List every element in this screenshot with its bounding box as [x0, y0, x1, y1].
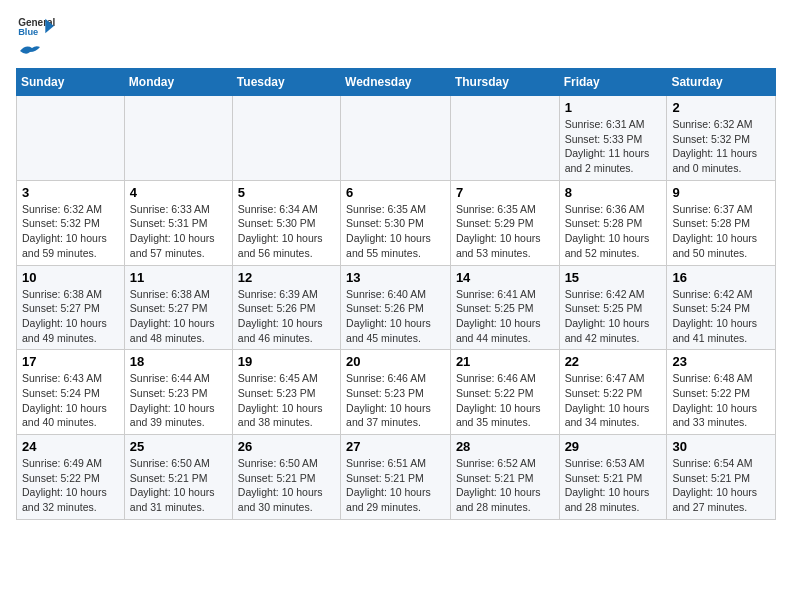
day-number: 15 — [565, 270, 662, 285]
day-info: Sunrise: 6:43 AMSunset: 5:24 PMDaylight:… — [22, 371, 119, 430]
day-info: Sunrise: 6:45 AMSunset: 5:23 PMDaylight:… — [238, 371, 335, 430]
calendar-cell: 18Sunrise: 6:44 AMSunset: 5:23 PMDayligh… — [124, 350, 232, 435]
day-info: Sunrise: 6:50 AMSunset: 5:21 PMDaylight:… — [238, 456, 335, 515]
calendar-cell: 15Sunrise: 6:42 AMSunset: 5:25 PMDayligh… — [559, 265, 667, 350]
calendar-cell: 10Sunrise: 6:38 AMSunset: 5:27 PMDayligh… — [17, 265, 125, 350]
day-info: Sunrise: 6:38 AMSunset: 5:27 PMDaylight:… — [22, 287, 119, 346]
calendar-cell: 8Sunrise: 6:36 AMSunset: 5:28 PMDaylight… — [559, 180, 667, 265]
day-info: Sunrise: 6:32 AMSunset: 5:32 PMDaylight:… — [672, 117, 770, 176]
day-info: Sunrise: 6:41 AMSunset: 5:25 PMDaylight:… — [456, 287, 554, 346]
calendar-table: SundayMondayTuesdayWednesdayThursdayFrid… — [16, 68, 776, 520]
day-info: Sunrise: 6:52 AMSunset: 5:21 PMDaylight:… — [456, 456, 554, 515]
week-row-1: 1Sunrise: 6:31 AMSunset: 5:33 PMDaylight… — [17, 96, 776, 181]
col-header-monday: Monday — [124, 69, 232, 96]
calendar-cell: 5Sunrise: 6:34 AMSunset: 5:30 PMDaylight… — [232, 180, 340, 265]
day-number: 6 — [346, 185, 445, 200]
day-number: 7 — [456, 185, 554, 200]
day-info: Sunrise: 6:35 AMSunset: 5:29 PMDaylight:… — [456, 202, 554, 261]
day-number: 29 — [565, 439, 662, 454]
calendar-cell: 2Sunrise: 6:32 AMSunset: 5:32 PMDaylight… — [667, 96, 776, 181]
day-info: Sunrise: 6:42 AMSunset: 5:25 PMDaylight:… — [565, 287, 662, 346]
day-number: 26 — [238, 439, 335, 454]
week-row-4: 17Sunrise: 6:43 AMSunset: 5:24 PMDayligh… — [17, 350, 776, 435]
day-number: 27 — [346, 439, 445, 454]
day-info: Sunrise: 6:37 AMSunset: 5:28 PMDaylight:… — [672, 202, 770, 261]
calendar-cell — [341, 96, 451, 181]
day-info: Sunrise: 6:40 AMSunset: 5:26 PMDaylight:… — [346, 287, 445, 346]
calendar-cell — [17, 96, 125, 181]
col-header-tuesday: Tuesday — [232, 69, 340, 96]
day-number: 17 — [22, 354, 119, 369]
calendar-cell: 14Sunrise: 6:41 AMSunset: 5:25 PMDayligh… — [450, 265, 559, 350]
day-number: 4 — [130, 185, 227, 200]
calendar-cell — [232, 96, 340, 181]
col-header-saturday: Saturday — [667, 69, 776, 96]
calendar-cell: 12Sunrise: 6:39 AMSunset: 5:26 PMDayligh… — [232, 265, 340, 350]
day-info: Sunrise: 6:32 AMSunset: 5:32 PMDaylight:… — [22, 202, 119, 261]
day-info: Sunrise: 6:54 AMSunset: 5:21 PMDaylight:… — [672, 456, 770, 515]
day-info: Sunrise: 6:31 AMSunset: 5:33 PMDaylight:… — [565, 117, 662, 176]
day-number: 21 — [456, 354, 554, 369]
calendar-cell: 22Sunrise: 6:47 AMSunset: 5:22 PMDayligh… — [559, 350, 667, 435]
day-info: Sunrise: 6:34 AMSunset: 5:30 PMDaylight:… — [238, 202, 335, 261]
day-number: 18 — [130, 354, 227, 369]
col-header-friday: Friday — [559, 69, 667, 96]
calendar-cell: 3Sunrise: 6:32 AMSunset: 5:32 PMDaylight… — [17, 180, 125, 265]
calendar-cell: 25Sunrise: 6:50 AMSunset: 5:21 PMDayligh… — [124, 435, 232, 520]
calendar-cell: 27Sunrise: 6:51 AMSunset: 5:21 PMDayligh… — [341, 435, 451, 520]
logo: General Blue — [16, 16, 56, 56]
day-info: Sunrise: 6:33 AMSunset: 5:31 PMDaylight:… — [130, 202, 227, 261]
calendar-cell: 28Sunrise: 6:52 AMSunset: 5:21 PMDayligh… — [450, 435, 559, 520]
day-number: 11 — [130, 270, 227, 285]
logo-bird-icon — [18, 42, 40, 60]
day-number: 8 — [565, 185, 662, 200]
day-info: Sunrise: 6:50 AMSunset: 5:21 PMDaylight:… — [130, 456, 227, 515]
col-header-thursday: Thursday — [450, 69, 559, 96]
col-header-sunday: Sunday — [17, 69, 125, 96]
day-number: 1 — [565, 100, 662, 115]
week-row-2: 3Sunrise: 6:32 AMSunset: 5:32 PMDaylight… — [17, 180, 776, 265]
calendar-cell: 29Sunrise: 6:53 AMSunset: 5:21 PMDayligh… — [559, 435, 667, 520]
day-number: 3 — [22, 185, 119, 200]
day-number: 23 — [672, 354, 770, 369]
calendar-cell — [450, 96, 559, 181]
calendar-cell: 17Sunrise: 6:43 AMSunset: 5:24 PMDayligh… — [17, 350, 125, 435]
calendar-cell: 21Sunrise: 6:46 AMSunset: 5:22 PMDayligh… — [450, 350, 559, 435]
day-number: 20 — [346, 354, 445, 369]
calendar-cell: 1Sunrise: 6:31 AMSunset: 5:33 PMDaylight… — [559, 96, 667, 181]
day-info: Sunrise: 6:48 AMSunset: 5:22 PMDaylight:… — [672, 371, 770, 430]
day-number: 5 — [238, 185, 335, 200]
day-number: 10 — [22, 270, 119, 285]
day-info: Sunrise: 6:36 AMSunset: 5:28 PMDaylight:… — [565, 202, 662, 261]
day-info: Sunrise: 6:38 AMSunset: 5:27 PMDaylight:… — [130, 287, 227, 346]
day-info: Sunrise: 6:44 AMSunset: 5:23 PMDaylight:… — [130, 371, 227, 430]
calendar-cell: 30Sunrise: 6:54 AMSunset: 5:21 PMDayligh… — [667, 435, 776, 520]
col-header-wednesday: Wednesday — [341, 69, 451, 96]
calendar-cell: 7Sunrise: 6:35 AMSunset: 5:29 PMDaylight… — [450, 180, 559, 265]
day-number: 16 — [672, 270, 770, 285]
day-info: Sunrise: 6:47 AMSunset: 5:22 PMDaylight:… — [565, 371, 662, 430]
day-number: 22 — [565, 354, 662, 369]
logo-icon: General Blue — [16, 16, 56, 36]
day-number: 19 — [238, 354, 335, 369]
week-row-3: 10Sunrise: 6:38 AMSunset: 5:27 PMDayligh… — [17, 265, 776, 350]
day-info: Sunrise: 6:42 AMSunset: 5:24 PMDaylight:… — [672, 287, 770, 346]
day-number: 30 — [672, 439, 770, 454]
day-info: Sunrise: 6:49 AMSunset: 5:22 PMDaylight:… — [22, 456, 119, 515]
calendar-cell: 13Sunrise: 6:40 AMSunset: 5:26 PMDayligh… — [341, 265, 451, 350]
day-number: 28 — [456, 439, 554, 454]
svg-text:Blue: Blue — [18, 27, 38, 36]
week-row-5: 24Sunrise: 6:49 AMSunset: 5:22 PMDayligh… — [17, 435, 776, 520]
day-info: Sunrise: 6:53 AMSunset: 5:21 PMDaylight:… — [565, 456, 662, 515]
day-info: Sunrise: 6:46 AMSunset: 5:22 PMDaylight:… — [456, 371, 554, 430]
calendar-cell: 16Sunrise: 6:42 AMSunset: 5:24 PMDayligh… — [667, 265, 776, 350]
day-number: 9 — [672, 185, 770, 200]
calendar-cell: 24Sunrise: 6:49 AMSunset: 5:22 PMDayligh… — [17, 435, 125, 520]
calendar-cell: 20Sunrise: 6:46 AMSunset: 5:23 PMDayligh… — [341, 350, 451, 435]
day-number: 25 — [130, 439, 227, 454]
calendar-cell: 6Sunrise: 6:35 AMSunset: 5:30 PMDaylight… — [341, 180, 451, 265]
calendar-cell: 4Sunrise: 6:33 AMSunset: 5:31 PMDaylight… — [124, 180, 232, 265]
day-info: Sunrise: 6:35 AMSunset: 5:30 PMDaylight:… — [346, 202, 445, 261]
calendar-cell — [124, 96, 232, 181]
day-info: Sunrise: 6:39 AMSunset: 5:26 PMDaylight:… — [238, 287, 335, 346]
